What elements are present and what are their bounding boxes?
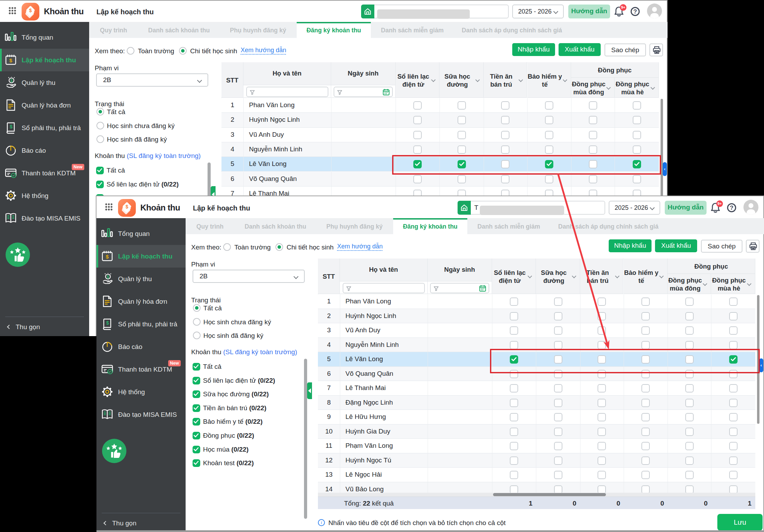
- svg-text:$: $: [107, 275, 109, 279]
- svg-text:$: $: [9, 57, 13, 63]
- svg-text:$: $: [10, 124, 13, 129]
- svg-text:$: $: [10, 78, 13, 83]
- svg-text:$: $: [106, 320, 109, 326]
- svg-text:$: $: [106, 254, 109, 260]
- svg-text:$: $: [29, 8, 32, 13]
- svg-text:$: $: [126, 204, 128, 209]
